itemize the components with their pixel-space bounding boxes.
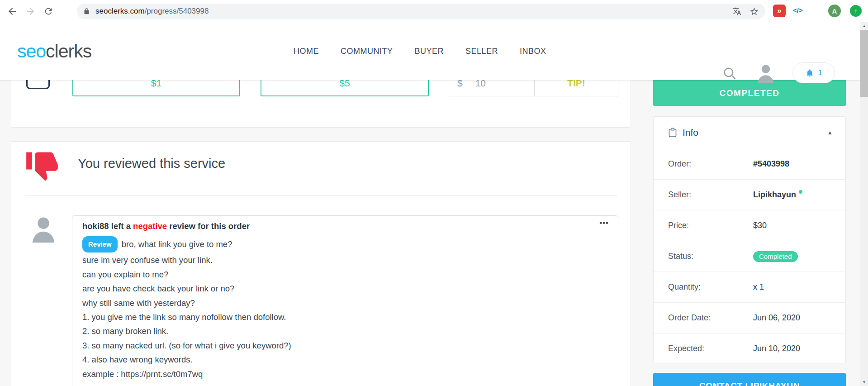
scrollbar[interactable]: ▲ ▼ [860,22,868,386]
search-icon[interactable] [722,66,737,83]
scroll-down-arrow[interactable]: ▼ [860,378,868,386]
review-bubble: hoki88 left a negative review for this o… [72,215,618,386]
contact-seller-button[interactable]: CONTACT LIPIKHAYUN [653,373,846,386]
nav-community[interactable]: COMMUNITY [341,47,393,56]
review-line: are you have check back your link or no? [82,281,600,295]
review-line: sure im very confuse with your link. [82,253,600,267]
bell-icon [805,68,814,78]
order-date-value: Jun 06, 2020 [753,313,800,323]
browser-profile-avatar[interactable]: A [828,5,841,17]
site-header: seoclerks HOME COMMUNITY BUYER SELLER IN… [0,22,860,80]
main-nav: HOME COMMUNITY BUYER SELLER INBOX [294,22,546,80]
info-rows: Order: #5403998 Seller: Lipikhayun Price… [654,148,845,364]
nav-home[interactable]: HOME [294,47,319,56]
divider [25,195,617,196]
site-logo[interactable]: seoclerks [17,22,91,80]
extension-devtools-icon[interactable]: </> [793,6,803,14]
review-line: 4. also have wrong keywords. [82,353,600,367]
translate-icon[interactable] [732,7,741,16]
nav-seller[interactable]: SELLER [465,47,498,56]
review-line: 3. so many nacked url. (so for what i gi… [82,338,600,353]
seller-name[interactable]: Lipikhayun [753,190,796,200]
user-avatar[interactable] [754,61,778,86]
reviewer-avatar [27,212,60,246]
nav-buyer[interactable]: BUYER [415,47,444,56]
browser-toolbar: seoclerks.com/progress/5403998 » </> A ↑ [0,0,868,22]
info-header: Info ▲ [654,117,845,148]
negative-label: negative [133,221,167,231]
info-row-seller: Seller: Lipikhayun [654,179,845,210]
info-row-order: Order: #5403998 [654,148,845,179]
expected-date-value: Jun 10, 2020 [753,344,800,353]
bookmark-star-icon[interactable] [749,7,759,16]
notification-count: 1 [818,68,822,77]
review-line: why still same with yesterday? [82,296,600,310]
info-title: Info [683,127,698,138]
info-row-status: Status: Completed [654,241,845,272]
review-card: You reviewed this service hoki88 left a … [11,141,631,386]
info-row-expected: Expected: Jun 10, 2020 [654,333,845,364]
back-icon[interactable] [6,5,18,17]
address-bar[interactable]: seoclerks.com/progress/5403998 [77,4,765,19]
thumbs-down-icon [25,148,59,184]
scroll-up-arrow[interactable]: ▲ [860,22,868,30]
reload-icon[interactable] [43,5,54,17]
info-row-order-date: Order Date: Jun 06, 2020 [654,302,845,333]
info-card: Info ▲ Order: #5403998 Seller: Lipikhayu… [653,116,846,363]
notifications-button[interactable]: 1 [792,62,835,83]
status-banner: COMPLETED [653,80,846,106]
review-line: Reviewbro, what link you give to me? [82,237,600,253]
clipboard-icon [668,128,677,138]
review-section-title: You reviewed this service [78,156,225,171]
review-body: Reviewbro, what link you give to me? sur… [82,237,600,381]
lock-icon [83,8,90,15]
review-options-menu[interactable]: ••• [599,219,609,228]
info-row-price: Price: $30 [654,210,845,241]
review-line: can you explain to me? [82,267,600,281]
order-number: #5403998 [753,159,789,169]
online-status-dot [799,190,802,194]
quantity-value: x 1 [753,282,764,292]
review-line: example : https://prnt.sc/t0m7wq [82,367,600,381]
review-line: 2. so many broken link. [82,324,600,338]
review-line: 1. you give me the link so many nofollow… [82,310,600,324]
extension-red-icon[interactable]: » [773,5,786,17]
nav-inbox[interactable]: INBOX [520,47,546,56]
scrollbar-thumb[interactable] [860,30,868,97]
info-row-quantity: Quantity: x 1 [654,272,845,302]
browser-update-icon[interactable]: ↑ [850,5,862,17]
status-pill: Completed [753,251,798,262]
collapse-caret-icon[interactable]: ▲ [827,129,833,136]
screen: seoclerks.com/progress/5403998 » </> A ↑… [0,0,868,386]
url-text: seoclerks.com/progress/5403998 [95,7,209,16]
forward-icon[interactable] [24,5,36,17]
price-value: $30 [753,221,767,230]
review-meta: hoki88 left a negative review for this o… [82,221,250,231]
review-badge: Review [82,236,118,253]
